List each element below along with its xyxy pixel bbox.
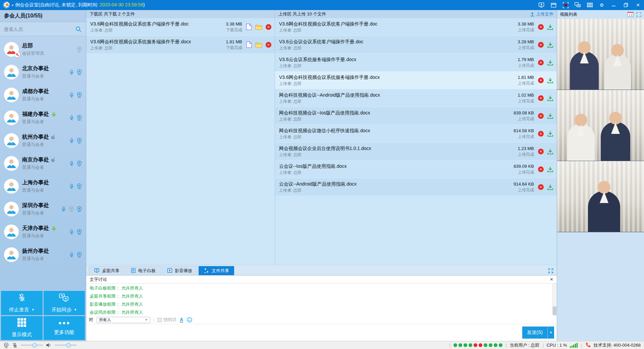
delete-icon[interactable]: ✕ <box>538 24 544 30</box>
video-thumbnail[interactable] <box>557 161 644 232</box>
mic-volume-slider[interactable] <box>21 345 43 346</box>
participant-row[interactable]: 上海办事处普通与会者 <box>0 175 86 198</box>
mic-icon[interactable] <box>69 92 74 98</box>
webcam-status-icon[interactable] <box>3 342 9 348</box>
download-icon[interactable] <box>547 42 553 48</box>
camera-icon[interactable] <box>76 229 83 235</box>
emoji-icon[interactable] <box>186 317 193 323</box>
send-button[interactable]: 发送(S) ▼ <box>522 327 554 339</box>
download-icon[interactable] <box>547 95 553 101</box>
open-file-icon[interactable] <box>246 41 252 48</box>
open-file-icon[interactable] <box>246 23 252 30</box>
delete-icon[interactable]: ✕ <box>538 60 544 65</box>
tab-media-play[interactable]: 影音播放 <box>162 266 197 275</box>
participant-row[interactable]: 南京办事处普通与会者 <box>0 152 86 175</box>
participant-row[interactable]: 成都办事处普通与会者 <box>0 84 86 106</box>
download-icon[interactable] <box>547 24 553 30</box>
mic-muted-icon[interactable] <box>12 342 18 348</box>
download-icon[interactable] <box>547 113 553 119</box>
speaker-volume-knob[interactable] <box>66 343 71 348</box>
delete-icon[interactable]: ✕ <box>266 24 271 30</box>
camera-icon[interactable] <box>76 206 83 212</box>
mic-icon[interactable] <box>61 206 66 212</box>
delete-icon[interactable]: ✕ <box>538 113 544 119</box>
participant-row[interactable]: 福建办事处普通与会者 <box>0 106 86 129</box>
checkbox-icon[interactable] <box>157 318 162 322</box>
download-file-row[interactable]: V3.6网会科技视频会议系统服务端操作手册.docx上传者: 总部1.81 MB… <box>86 36 275 54</box>
delete-icon[interactable]: ✕ <box>538 42 544 48</box>
display-grid-icon[interactable] <box>586 2 593 8</box>
delete-icon[interactable]: ✕ <box>538 149 544 154</box>
delete-icon[interactable]: ✕ <box>538 166 544 172</box>
sync-monitors-icon[interactable] <box>574 2 581 8</box>
camera-icon[interactable] <box>76 92 83 98</box>
mic-icon[interactable] <box>69 114 74 121</box>
restore-icon[interactable] <box>623 2 629 8</box>
camera-disabled-icon[interactable] <box>76 46 83 53</box>
chat-input-area[interactable]: 发送(S) ▼ <box>86 324 557 341</box>
upload-file-row[interactable]: 云会议--Android版产品使用指南.docx上传者: 总部914.64 KB… <box>275 178 557 196</box>
delete-icon[interactable]: ✕ <box>538 131 544 137</box>
delete-icon[interactable]: ✕ <box>538 78 544 83</box>
settings-gear-icon[interactable]: ⚙ <box>598 2 605 8</box>
upload-file-row[interactable]: V3.6网会科技视频会议系统服务端操作手册.docx上传者: 总部1.81 MB… <box>275 71 557 89</box>
search-input[interactable] <box>4 27 73 32</box>
camera-icon[interactable] <box>76 183 83 190</box>
record-icon[interactable] <box>562 2 569 8</box>
chat-close-icon[interactable]: ✕ <box>550 277 553 282</box>
download-icon[interactable] <box>547 148 553 155</box>
menu-chevron-icon[interactable]: ▾ <box>12 3 13 7</box>
recipient-select[interactable]: 所有人▼ <box>97 317 150 323</box>
upload-file-row[interactable]: 网会视频会议企业后台使用说明书1.0.1.docx上传者: 总部1.23 MB上… <box>275 143 557 160</box>
chat-message-area[interactable]: 电子白板权限： 允许所有人桌面共享权限： 允许所有人影音播放权限： 允许所有人会… <box>86 284 557 316</box>
chat-scrollbar[interactable] <box>552 284 557 316</box>
participant-row[interactable]: 天津办事处普通与会者 <box>0 220 86 243</box>
upload-file-row[interactable]: V3.6云会议系统服务端操作手册.docx上传者: 总部1.79 MB上传完成✕ <box>275 54 557 71</box>
participant-row[interactable]: 北京办事处普通与会者 <box>0 61 86 84</box>
download-icon[interactable] <box>547 77 553 84</box>
upload-file-row[interactable]: 网会科技视频会议--Ios版产品使用指南.docx上传者: 总部839.08 K… <box>275 107 557 125</box>
speaker-volume-slider[interactable] <box>55 345 77 346</box>
stop-speaking-button[interactable]: 停止发言▼ <box>1 291 43 315</box>
download-icon[interactable] <box>547 184 553 190</box>
video-fullscreen-icon[interactable] <box>636 12 641 17</box>
mic-icon[interactable] <box>69 229 74 235</box>
chat-scrollbar-thumb[interactable] <box>553 306 556 315</box>
download-icon[interactable] <box>547 131 553 137</box>
camera-disabled-icon[interactable] <box>68 206 74 212</box>
mic-volume-knob[interactable] <box>32 343 37 348</box>
tab-file-share[interactable]: 文件共享 <box>199 266 234 275</box>
camera-icon[interactable] <box>76 137 83 144</box>
speaker-icon[interactable] <box>46 343 52 348</box>
video-page-12-icon[interactable]: 12 <box>627 12 634 17</box>
camera-icon[interactable] <box>76 114 83 121</box>
start-sync-button[interactable]: 开始同步▼ <box>44 291 85 315</box>
upload-file-row[interactable]: 网会科技视频会议微信小程序快速指南.docx上传者: 总部614.58 KB上传… <box>275 125 557 143</box>
upload-file-button[interactable]: 上传文件 <box>530 11 553 17</box>
participant-row[interactable]: 扬州办事处普通与会者 <box>0 243 86 266</box>
close-icon[interactable]: ✕ <box>635 2 641 8</box>
open-folder-icon[interactable] <box>255 42 262 48</box>
mic-icon[interactable] <box>69 137 74 144</box>
participant-row[interactable]: 深圳办事处普通与会者 <box>0 198 86 220</box>
upload-file-row[interactable]: 网会科技视频会议--Android版产品使用指南.docx上传者: 总部1.02… <box>275 89 557 107</box>
participant-row[interactable]: 总部会议管理员 <box>0 38 86 61</box>
camera-icon[interactable] <box>76 160 83 167</box>
desktop-share-icon[interactable] <box>538 2 545 8</box>
window-panel-icon[interactable] <box>550 2 557 8</box>
send-options-caret[interactable]: ▼ <box>547 327 554 339</box>
mic-icon[interactable] <box>69 183 74 190</box>
mic-icon[interactable] <box>69 160 74 167</box>
dropdown-caret-icon[interactable]: ▼ <box>32 308 35 311</box>
participant-search[interactable] <box>0 22 86 36</box>
upload-file-row[interactable]: V3.6云会议会议系统客户端操作手册.doc上传者: 总部3.28 MB上传完成… <box>275 36 557 54</box>
delete-icon[interactable]: ✕ <box>538 95 544 101</box>
delete-icon[interactable]: ✕ <box>538 184 544 190</box>
tab-desktop-share[interactable]: 桌面共享 <box>89 266 124 275</box>
whisper-checkbox[interactable]: 悄悄话 <box>157 317 176 323</box>
upload-file-row[interactable]: V3.6网会科技视频会议系统客户端操作手册.doc上传者: 总部3.38 MB上… <box>275 18 557 36</box>
font-style-icon[interactable]: A <box>180 317 183 322</box>
download-icon[interactable] <box>547 59 553 66</box>
camera-icon[interactable] <box>76 251 83 258</box>
dropdown-caret-icon[interactable]: ▼ <box>74 308 77 311</box>
